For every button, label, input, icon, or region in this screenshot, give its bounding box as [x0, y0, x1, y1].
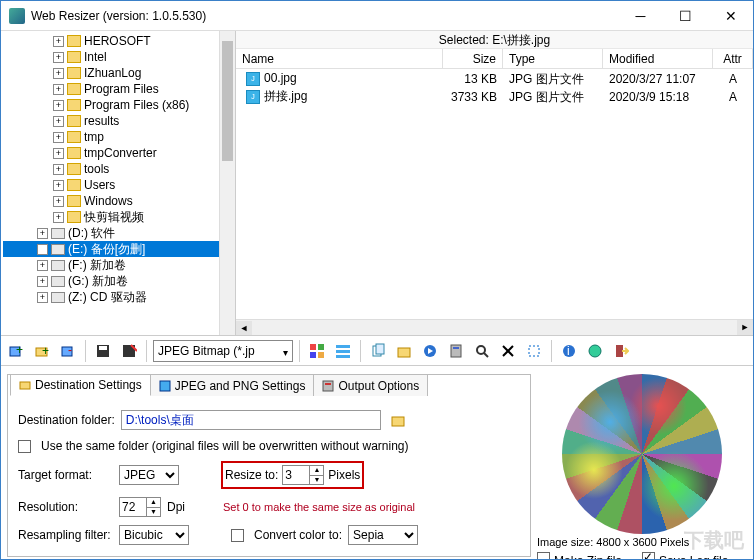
- file-list-header[interactable]: Name Size Type Modified Attr: [236, 49, 753, 69]
- list-button[interactable]: [332, 340, 354, 362]
- copy-button[interactable]: [367, 340, 389, 362]
- col-modified[interactable]: Modified: [603, 49, 713, 68]
- col-name[interactable]: Name: [236, 49, 443, 68]
- tree-folder[interactable]: +results: [3, 113, 235, 129]
- tree-drive[interactable]: +(F:) 新加卷: [3, 257, 235, 273]
- format-combo[interactable]: JPEG Bitmap (*.jp: [153, 340, 293, 362]
- resample-select[interactable]: Bicubic: [119, 525, 189, 545]
- tree-folder[interactable]: +Users: [3, 177, 235, 193]
- res-up[interactable]: ▲: [146, 498, 160, 508]
- tree-folder[interactable]: +Program Files: [3, 81, 235, 97]
- col-attr[interactable]: Attr: [713, 49, 753, 68]
- expand-icon[interactable]: +: [37, 292, 48, 303]
- resize-spinner[interactable]: ▲▼: [282, 465, 324, 485]
- tree-folder[interactable]: +Windows: [3, 193, 235, 209]
- expand-icon[interactable]: +: [53, 148, 64, 159]
- tree-folder[interactable]: +Program Files (x86): [3, 97, 235, 113]
- tree-label: Intel: [84, 49, 107, 65]
- file-row[interactable]: J00.jpg 13 KB JPG 图片文件 2020/3/27 11:07 A: [236, 69, 753, 87]
- expand-icon[interactable]: +: [37, 276, 48, 287]
- expand-icon[interactable]: +: [53, 164, 64, 175]
- tree-drive[interactable]: +(D:) 软件: [3, 225, 235, 241]
- add-files-button[interactable]: +: [5, 340, 27, 362]
- tree-folder[interactable]: +IZhuanLog: [3, 65, 235, 81]
- expand-icon[interactable]: +: [53, 212, 64, 223]
- folder-icon: [67, 115, 81, 127]
- browse-folder-button[interactable]: [387, 409, 409, 431]
- resolution-input[interactable]: [120, 498, 146, 516]
- expand-icon[interactable]: +: [53, 68, 64, 79]
- web-button[interactable]: [584, 340, 606, 362]
- res-down[interactable]: ▼: [146, 508, 160, 517]
- delete-button[interactable]: [497, 340, 519, 362]
- tree-drive[interactable]: +(Z:) CD 驱动器: [3, 289, 235, 305]
- tree-label: IZhuanLog: [84, 65, 141, 81]
- file-row[interactable]: J拼接.jpg 3733 KB JPG 图片文件 2020/3/9 15:18 …: [236, 87, 753, 105]
- maximize-button[interactable]: ☐: [663, 1, 708, 30]
- tab-output[interactable]: Output Options: [313, 374, 428, 396]
- resize-down[interactable]: ▼: [309, 476, 323, 485]
- run-button[interactable]: [419, 340, 441, 362]
- expand-icon[interactable]: +: [37, 228, 48, 239]
- svg-rect-30: [616, 345, 623, 357]
- make-zip-checkbox[interactable]: [537, 552, 550, 560]
- scroll-right-button[interactable]: ►: [737, 320, 753, 335]
- tree-folder[interactable]: +tools: [3, 161, 235, 177]
- expand-icon[interactable]: +: [53, 180, 64, 191]
- export-button[interactable]: [118, 340, 140, 362]
- save-button[interactable]: [92, 340, 114, 362]
- tab-jpeg-png[interactable]: JPEG and PNG Settings: [150, 374, 315, 396]
- convert-color-checkbox[interactable]: [231, 529, 244, 542]
- expand-icon[interactable]: +: [53, 36, 64, 47]
- add-folder-button[interactable]: +: [31, 340, 53, 362]
- save-log-checkbox[interactable]: [642, 552, 655, 560]
- settings-button[interactable]: [445, 340, 467, 362]
- col-size[interactable]: Size: [443, 49, 503, 68]
- resize-up[interactable]: ▲: [309, 466, 323, 476]
- folder-tree[interactable]: +HEROSOFT+Intel+IZhuanLog+Program Files+…: [1, 31, 236, 335]
- same-folder-checkbox[interactable]: [18, 440, 31, 453]
- expand-icon[interactable]: +: [53, 196, 64, 207]
- drive-icon: [51, 276, 65, 287]
- zoom-button[interactable]: [471, 340, 493, 362]
- tree-drive[interactable]: +(E:) 备份[勿删]: [3, 241, 235, 257]
- expand-icon[interactable]: +: [53, 100, 64, 111]
- close-button[interactable]: ✕: [708, 1, 753, 30]
- target-format-select[interactable]: JPEG: [119, 465, 179, 485]
- tree-scrollbar[interactable]: [219, 31, 235, 335]
- tree-folder[interactable]: +HEROSOFT: [3, 33, 235, 49]
- tree-drive[interactable]: +(G:) 新加卷: [3, 273, 235, 289]
- svg-line-23: [484, 353, 488, 357]
- tree-folder[interactable]: +tmpConverter: [3, 145, 235, 161]
- expand-icon[interactable]: +: [53, 52, 64, 63]
- tab-destination[interactable]: Destination Settings: [10, 374, 151, 396]
- resize-note: Set 0 to make the same size as original: [223, 501, 415, 513]
- info-button[interactable]: i: [558, 340, 580, 362]
- minimize-button[interactable]: ─: [618, 1, 663, 30]
- file-list-hscroll[interactable]: ◄ ►: [236, 319, 753, 335]
- open-button[interactable]: [393, 340, 415, 362]
- tree-label: (E:) 备份[勿删]: [68, 241, 145, 257]
- tree-folder[interactable]: +快剪辑视频: [3, 209, 235, 225]
- resolution-spinner[interactable]: ▲▼: [119, 497, 161, 517]
- expand-icon[interactable]: +: [53, 84, 64, 95]
- drive-icon: [51, 292, 65, 303]
- expand-icon[interactable]: +: [53, 132, 64, 143]
- scroll-left-button[interactable]: ◄: [236, 321, 252, 335]
- save-log-label: Save Log file: [659, 554, 728, 560]
- convert-color-select[interactable]: Sepia: [348, 525, 418, 545]
- expand-icon[interactable]: +: [37, 260, 48, 271]
- resize-input[interactable]: [283, 466, 309, 484]
- folder-icon: [67, 67, 81, 79]
- dest-folder-input[interactable]: [121, 410, 381, 430]
- expand-icon[interactable]: +: [37, 244, 48, 255]
- col-type[interactable]: Type: [503, 49, 603, 68]
- expand-icon[interactable]: +: [53, 116, 64, 127]
- thumbnails-button[interactable]: [306, 340, 328, 362]
- crop-button[interactable]: [523, 340, 545, 362]
- file-list[interactable]: Name Size Type Modified Attr J00.jpg 13 …: [236, 49, 753, 335]
- exit-button[interactable]: [610, 340, 632, 362]
- tree-folder[interactable]: +tmp: [3, 129, 235, 145]
- tree-folder[interactable]: +Intel: [3, 49, 235, 65]
- remove-files-button[interactable]: -: [57, 340, 79, 362]
